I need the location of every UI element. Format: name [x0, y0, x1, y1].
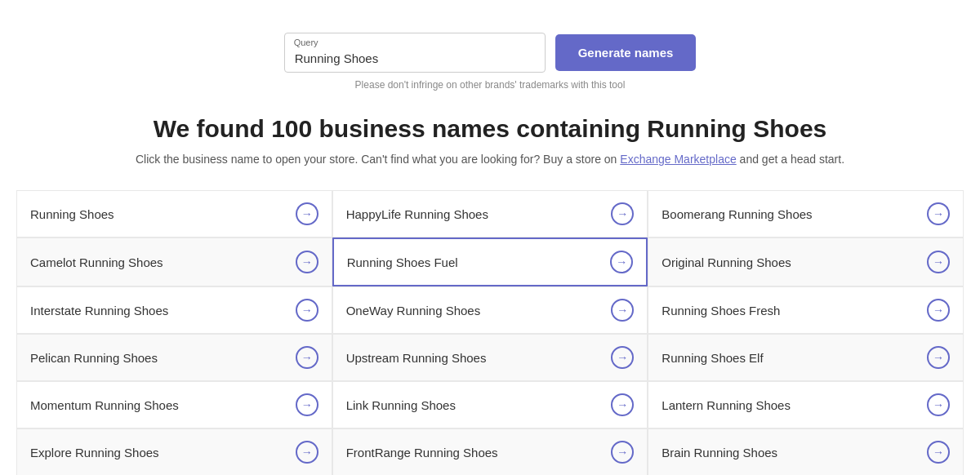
name-text: FrontRange Running Shoes	[346, 446, 498, 459]
results-heading: We found 100 business names containing R…	[16, 115, 964, 143]
arrow-icon[interactable]: →	[611, 441, 634, 464]
arrow-icon[interactable]: →	[927, 346, 950, 369]
arrow-icon[interactable]: →	[296, 393, 318, 416]
arrow-icon[interactable]: →	[611, 393, 634, 416]
name-text: Running Shoes Elf	[662, 351, 763, 365]
arrow-icon[interactable]: →	[610, 251, 633, 273]
search-area: Query Generate names Please don't infrin…	[16, 33, 964, 91]
name-text: Interstate Running Shoes	[30, 304, 168, 317]
query-label: Query	[294, 38, 318, 47]
name-text: Running Shoes	[30, 207, 114, 221]
arrow-icon[interactable]: →	[927, 441, 950, 464]
query-input-wrapper: Query	[284, 33, 546, 73]
name-item[interactable]: Explore Running Shoes→	[16, 428, 332, 475]
name-item[interactable]: Original Running Shoes→	[648, 238, 964, 286]
subtext-after-link: and get a head start.	[737, 153, 844, 166]
generate-button[interactable]: Generate names	[555, 34, 697, 71]
name-text: Link Running Shoes	[346, 398, 456, 412]
name-text: Brain Running Shoes	[662, 446, 777, 459]
arrow-icon[interactable]: →	[296, 346, 318, 369]
arrow-icon[interactable]: →	[927, 251, 950, 273]
search-row: Query Generate names	[284, 33, 697, 73]
name-text: Pelican Running Shoes	[30, 351, 158, 365]
name-text: Camelot Running Shoes	[30, 255, 163, 269]
name-item[interactable]: Upstream Running Shoes→	[332, 334, 648, 381]
name-item[interactable]: Link Running Shoes→	[332, 381, 648, 428]
disclaimer-text: Please don't infringe on other brands' t…	[355, 79, 626, 91]
name-item[interactable]: OneWay Running Shoes→	[332, 286, 648, 334]
name-item[interactable]: Pelican Running Shoes→	[16, 334, 332, 381]
name-text: Momentum Running Shoes	[30, 398, 179, 412]
name-item[interactable]: Momentum Running Shoes→	[16, 381, 332, 428]
arrow-icon[interactable]: →	[927, 202, 950, 225]
arrow-icon[interactable]: →	[611, 202, 634, 225]
arrow-icon[interactable]: →	[611, 299, 634, 322]
arrow-icon[interactable]: →	[296, 251, 318, 273]
name-item[interactable]: Boomerang Running Shoes→	[648, 190, 964, 238]
name-text: Explore Running Shoes	[30, 446, 159, 459]
arrow-icon[interactable]: →	[927, 299, 950, 322]
name-item[interactable]: Interstate Running Shoes→	[16, 286, 332, 334]
subtext-before-link: Click the business name to open your sto…	[136, 153, 620, 166]
arrow-icon[interactable]: →	[611, 346, 634, 369]
name-text: Running Shoes Fresh	[662, 304, 780, 317]
name-text: Original Running Shoes	[662, 255, 791, 269]
name-item[interactable]: FrontRange Running Shoes→	[332, 428, 648, 475]
name-text: Running Shoes Fuel	[347, 255, 458, 269]
name-item[interactable]: Running Shoes Fuel→	[332, 238, 648, 286]
name-text: Boomerang Running Shoes	[662, 207, 812, 221]
arrow-icon[interactable]: →	[927, 393, 950, 416]
arrow-icon[interactable]: →	[296, 441, 318, 464]
name-text: Lantern Running Shoes	[662, 398, 791, 412]
name-text: Upstream Running Shoes	[346, 351, 487, 365]
arrow-icon[interactable]: →	[296, 202, 318, 225]
name-item[interactable]: Running Shoes Fresh→	[648, 286, 964, 334]
exchange-marketplace-link[interactable]: Exchange Marketplace	[620, 153, 736, 166]
name-item[interactable]: Running Shoes Elf→	[648, 334, 964, 381]
name-item[interactable]: Lantern Running Shoes→	[648, 381, 964, 428]
name-text: OneWay Running Shoes	[346, 304, 481, 317]
arrow-icon[interactable]: →	[296, 299, 318, 322]
name-item[interactable]: HappyLife Running Shoes→	[332, 190, 648, 238]
names-grid: Running Shoes→HappyLife Running Shoes→Bo…	[16, 190, 964, 475]
search-input[interactable]	[284, 33, 546, 73]
name-text: HappyLife Running Shoes	[346, 207, 488, 221]
name-item[interactable]: Brain Running Shoes→	[648, 428, 964, 475]
name-item[interactable]: Camelot Running Shoes→	[16, 238, 332, 286]
name-item[interactable]: Running Shoes→	[16, 190, 332, 238]
results-subtext: Click the business name to open your sto…	[16, 153, 964, 166]
